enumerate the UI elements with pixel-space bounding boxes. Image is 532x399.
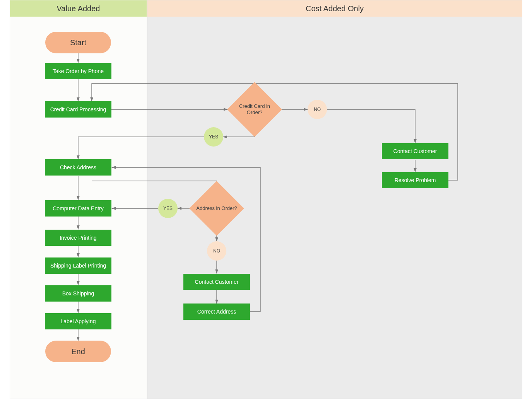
no-address: NO bbox=[207, 241, 226, 261]
no-credit-card: NO bbox=[308, 100, 327, 119]
process-data-entry: Computer Data Entry bbox=[45, 200, 111, 217]
terminator-end: End bbox=[45, 341, 111, 362]
decision-address-label: Address in Order? bbox=[190, 189, 244, 228]
decision-cc-in-order: Credit Card in Order? bbox=[228, 90, 282, 129]
decision-address-in-order: Address in Order? bbox=[190, 189, 244, 228]
flowchart-canvas: Value Added Cost Added Only bbox=[0, 0, 532, 399]
process-invoice-printing: Invoice Printing bbox=[45, 230, 111, 246]
process-correct-address: Correct Address bbox=[183, 304, 250, 320]
lane-header-value-added: Value Added bbox=[10, 0, 147, 17]
process-resolve-problem: Resolve Problem bbox=[382, 172, 448, 188]
process-shipping-label: Shipping Label Printing bbox=[45, 257, 111, 274]
terminator-start: Start bbox=[45, 32, 111, 53]
yes-credit-card: YES bbox=[204, 127, 223, 147]
lane-header-cost-added: Cost Added Only bbox=[147, 0, 522, 17]
process-take-order: Take Order by Phone bbox=[45, 63, 111, 79]
process-label-applying: Label Applying bbox=[45, 313, 111, 329]
process-box-shipping: Box Shipping bbox=[45, 285, 111, 302]
process-contact-customer-1: Contact Customer bbox=[382, 143, 448, 159]
lane-value-added: Value Added bbox=[10, 0, 147, 399]
yes-address: YES bbox=[158, 199, 178, 218]
process-check-address: Check Address bbox=[45, 159, 111, 176]
decision-cc-label: Credit Card in Order? bbox=[228, 90, 282, 129]
process-cc-processing: Credit Card Processing bbox=[45, 101, 111, 118]
process-contact-customer-2: Contact Customer bbox=[183, 274, 250, 290]
